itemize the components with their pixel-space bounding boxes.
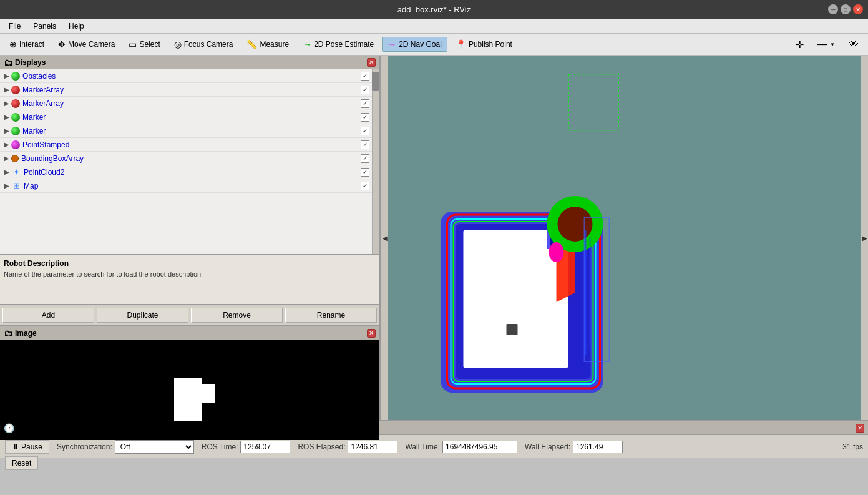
move-camera-icon: ✥ [58,39,66,49]
markerarray2-icon [11,99,20,108]
tool-2d-pose-estimate[interactable]: → 2D Pose Estimate [297,37,379,52]
tool-2d-nav-goal[interactable]: → 2D Nav Goal [382,37,447,52]
tool-move-camera[interactable]: ✥ Move Camera [52,37,120,52]
display-item-marker-1[interactable]: ▶ Marker ✓ [0,110,372,124]
tool-extra-1[interactable]: ✛ [790,36,809,53]
svg-point-12 [549,242,564,262]
time-title: Time [17,424,34,433]
tool-interact[interactable]: ⊕ Interact [4,37,50,52]
obstacles-icon [11,72,20,81]
ros-elapsed-field: ROS Elapsed: 1246.81 [298,441,397,453]
expand-icon: ▶ [2,169,11,175]
left-panel: 🗂 Displays ✕ ▶ Obstacles ✓ ▶ [0,56,381,420]
reset-button[interactable]: Reset [5,456,38,470]
display-item-pointcloud2[interactable]: ▶ ✦ PointCloud2 ✓ [0,165,372,179]
tool-publish-point-label: Publish Point [469,40,512,49]
close-button[interactable]: ✕ [853,4,863,14]
wall-elapsed-field: Wall Elapsed: 1261.49 [525,441,623,453]
rename-button[interactable]: Rename [285,308,377,323]
menu-panels[interactable]: Panels [28,21,61,32]
window-title: add_box.rviz* - RViz [397,5,471,14]
display-checkbox-boundingboxarray[interactable]: ✓ [361,154,369,163]
menu-file[interactable]: File [4,21,26,32]
collapse-panel-button[interactable]: ◀ [381,56,388,420]
expand-icon: ▶ [2,141,11,148]
image-robot-svg [152,340,227,440]
pose-estimate-icon: → [303,39,311,49]
displays-scrollbar[interactable] [372,69,379,254]
display-checkbox-marker2[interactable]: ✓ [361,127,369,135]
select-icon: ▭ [129,39,137,49]
display-checkbox-pointcloud2[interactable]: ✓ [361,168,369,177]
maximize-button[interactable]: □ [841,4,851,14]
image-canvas [0,340,379,440]
pause-button[interactable]: ⏸ Pause [5,440,49,454]
reset-row: Reset [0,456,868,470]
nav-goal-icon: → [388,39,396,49]
display-item-map[interactable]: ▶ ⊞ Map ✓ [0,179,372,193]
tool-focus-camera[interactable]: ◎ Focus Camera [168,37,239,52]
image-section: 🗂 Image ✕ [0,326,379,440]
description-text: Name of the parameter to search for to l… [4,270,376,278]
expand-icon: ▶ [2,182,11,189]
expand-icon: ▶ [2,127,11,134]
tool-select[interactable]: ▭ Select [123,37,165,52]
display-checkbox-pointstamped[interactable]: ✓ [361,140,369,149]
time-clock-icon: 🕐 [4,423,14,433]
boundingboxarray-icon [11,155,19,162]
display-item-markerarray-1[interactable]: ▶ MarkerArray ✓ [0,83,372,97]
displays-title: Displays [15,58,46,67]
title-bar: add_box.rviz* - RViz ─ □ ✕ [0,0,868,19]
display-checkbox-markerarray2[interactable]: ✓ [361,99,369,108]
tool-extra-2[interactable]: — ▼ [812,36,841,52]
displays-close-button[interactable]: ✕ [367,58,376,67]
interact-icon: ⊕ [9,39,17,49]
display-name-pointstamped: PointStamped [22,140,361,149]
image-title: Image [15,329,37,338]
tool-move-camera-label: Move Camera [68,40,115,49]
display-checkbox-marker1[interactable]: ✓ [361,113,369,122]
display-checkbox-markerarray1[interactable]: ✓ [361,86,369,94]
sync-field: Synchronization: Off Exact Time Approxim… [57,440,194,454]
pointcloud2-icon: ✦ [11,167,21,177]
svg-point-11 [558,207,593,242]
menu-help[interactable]: Help [64,21,89,32]
display-checkbox-obstacles[interactable]: ✓ [361,72,369,81]
displays-header: 🗂 Displays ✕ [0,56,379,69]
map-icon: ⊞ [11,181,21,191]
marker2-icon [11,127,20,135]
display-name-pointcloud2: PointCloud2 [24,168,361,177]
display-item-boundingboxarray[interactable]: ▶ BoundingBoxArray ✓ [0,152,372,165]
ros-elapsed-value: 1246.81 [348,441,397,453]
tool-publish-point[interactable]: 📍 Publish Point [450,37,518,52]
tool-measure[interactable]: 📏 Measure [241,37,295,52]
sync-label: Synchronization: [57,443,112,451]
remove-button[interactable]: Remove [191,308,283,323]
time-close-button[interactable]: ✕ [856,424,864,433]
image-close-button[interactable]: ✕ [367,329,376,338]
tool-measure-label: Measure [260,40,289,49]
ros-time-value: 1259.07 [240,441,290,453]
display-item-marker-2[interactable]: ▶ Marker ✓ [0,124,372,138]
add-button[interactable]: Add [2,308,94,323]
tool-nav-goal-label: 2D Nav Goal [399,40,442,49]
pause-icon: ⏸ [12,443,19,451]
right-collapse-button[interactable]: ▶ [861,56,868,420]
wall-time-label: Wall Time: [405,443,440,451]
display-item-markerarray-2[interactable]: ▶ MarkerArray ✓ [0,97,372,110]
main-layout: 🗂 Displays ✕ ▶ Obstacles ✓ ▶ [0,56,868,420]
tool-extra-3[interactable]: 👁 [843,36,864,52]
minimize-button[interactable]: ─ [828,4,838,14]
sync-select[interactable]: Off Exact Time Approximate Time [115,440,194,454]
duplicate-button[interactable]: Duplicate [97,308,188,323]
display-checkbox-map[interactable]: ✓ [361,182,369,190]
display-item-obstacles[interactable]: ▶ Obstacles ✓ [0,69,372,83]
pointstamped-icon [11,140,20,149]
window-controls: ─ □ ✕ [828,4,863,14]
viewport[interactable]: ▶ [388,56,868,420]
ros-time-field: ROS Time: 1259.07 [202,441,291,453]
wall-time-field: Wall Time: 1694487496.95 [405,441,517,453]
display-item-pointstamped[interactable]: ▶ PointStamped ✓ [0,138,372,152]
menu-bar: File Panels Help [0,19,868,34]
displays-list: ▶ Obstacles ✓ ▶ MarkerArray ✓ ▶ [0,69,372,254]
